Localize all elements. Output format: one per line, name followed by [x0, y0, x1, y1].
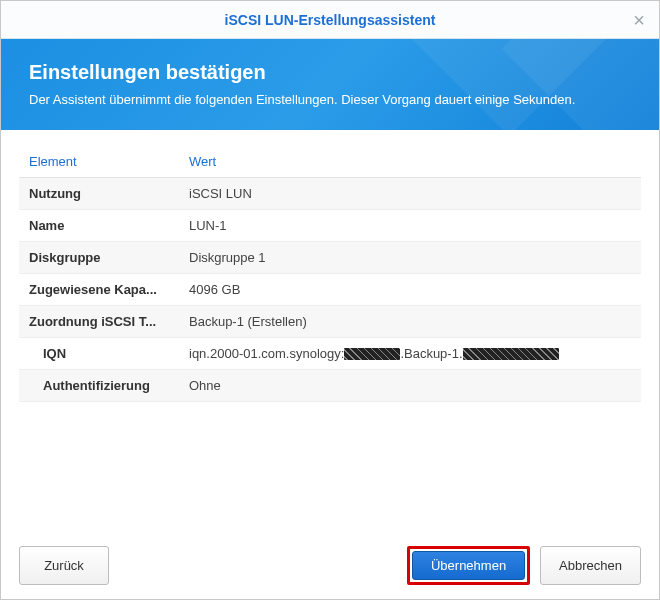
col-header-value: Wert — [179, 146, 641, 178]
row-value: Diskgruppe 1 — [179, 241, 641, 273]
banner-subtext: Der Assistent übernimmt die folgenden Ei… — [29, 90, 631, 110]
settings-table: Element Wert Nutzung iSCSI LUN Name LUN-… — [19, 146, 641, 402]
wizard-window: iSCSI LUN-Erstellungsassistent × Einstel… — [0, 0, 660, 600]
row-key: Nutzung — [19, 177, 179, 209]
cancel-button[interactable]: Abbrechen — [540, 546, 641, 585]
banner: Einstellungen bestätigen Der Assistent ü… — [1, 39, 659, 130]
apply-highlight: Übernehmen — [407, 546, 530, 585]
table-row: IQN iqn.2000-01.com.synology:.Backup-1. — [19, 337, 641, 369]
col-header-element: Element — [19, 146, 179, 178]
row-value-iqn: iqn.2000-01.com.synology:.Backup-1. — [179, 337, 641, 369]
table-row: Authentifizierung Ohne — [19, 369, 641, 401]
row-key: Zuordnung iSCSI T... — [19, 305, 179, 337]
row-key: IQN — [19, 337, 179, 369]
table-row: Diskgruppe Diskgruppe 1 — [19, 241, 641, 273]
row-key: Zugewiesene Kapa... — [19, 273, 179, 305]
row-value: 4096 GB — [179, 273, 641, 305]
content-area: Element Wert Nutzung iSCSI LUN Name LUN-… — [1, 130, 659, 418]
window-title: iSCSI LUN-Erstellungsassistent — [225, 12, 436, 28]
apply-button[interactable]: Übernehmen — [412, 551, 525, 580]
table-row: Zugewiesene Kapa... 4096 GB — [19, 273, 641, 305]
iqn-prefix: iqn.2000-01.com.synology: — [189, 346, 344, 361]
table-row: Zuordnung iSCSI T... Backup-1 (Erstellen… — [19, 305, 641, 337]
row-value: Ohne — [179, 369, 641, 401]
row-value: LUN-1 — [179, 209, 641, 241]
row-key: Name — [19, 209, 179, 241]
titlebar: iSCSI LUN-Erstellungsassistent × — [1, 1, 659, 39]
row-value: Backup-1 (Erstellen) — [179, 305, 641, 337]
redacted-segment — [344, 348, 400, 360]
row-key: Diskgruppe — [19, 241, 179, 273]
footer-spacer — [119, 546, 397, 585]
close-icon[interactable]: × — [633, 10, 645, 30]
footer: Zurück Übernehmen Abbrechen — [1, 532, 659, 599]
table-row: Nutzung iSCSI LUN — [19, 177, 641, 209]
table-row: Name LUN-1 — [19, 209, 641, 241]
banner-heading: Einstellungen bestätigen — [29, 61, 631, 84]
redacted-segment — [463, 348, 559, 360]
row-key: Authentifizierung — [19, 369, 179, 401]
row-value: iSCSI LUN — [179, 177, 641, 209]
back-button[interactable]: Zurück — [19, 546, 109, 585]
iqn-mid: .Backup-1. — [400, 346, 462, 361]
